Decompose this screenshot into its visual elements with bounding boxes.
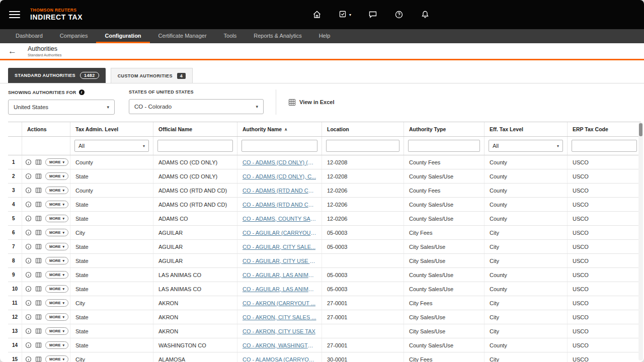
rates-table-icon[interactable] (35, 314, 42, 320)
header-tax-admin-level[interactable]: Tax Admin. Level (70, 122, 153, 136)
rates-table-icon[interactable] (35, 229, 42, 236)
nav-item-tools[interactable]: Tools (215, 29, 246, 43)
authority-name-link[interactable]: CO - AKRON, CITY SALES ... (243, 314, 316, 320)
official-name-filter-input[interactable] (157, 140, 233, 152)
scrollbar-thumb[interactable] (639, 123, 642, 136)
info-icon[interactable]: i (79, 89, 85, 95)
header-authority-name[interactable]: Authority Name ∧ (237, 122, 322, 136)
vertical-scrollbar[interactable] (638, 122, 643, 360)
header-official-name[interactable]: Official Name (153, 122, 237, 136)
rates-table-icon[interactable] (35, 243, 42, 250)
rates-table-icon[interactable] (35, 187, 42, 194)
cell-erp-tax-code: USCO (568, 169, 641, 183)
more-button[interactable]: MORE ▾ (45, 285, 68, 293)
more-button[interactable]: MORE ▾ (45, 229, 68, 236)
chevron-down-icon: ▾ (63, 189, 65, 193)
more-button[interactable]: MORE ▾ (45, 327, 68, 335)
more-button[interactable]: MORE ▾ (45, 257, 68, 264)
authority-name-link[interactable]: CO - AKRON, CITY USE TAX (243, 328, 315, 334)
notifications-bell-icon[interactable] (421, 10, 430, 19)
view-in-excel-button[interactable]: View in Excel (288, 99, 335, 106)
authority-name-link[interactable]: CO - AGUILAR, LAS ANIMA... (243, 272, 316, 278)
details-icon[interactable] (25, 187, 32, 194)
rates-table-icon[interactable] (35, 300, 42, 306)
rates-table-icon[interactable] (35, 159, 42, 165)
nav-item-help[interactable]: Help (310, 29, 339, 43)
authority-name-link[interactable]: CO - ADAMS (CD ONLY) (C... (243, 159, 316, 165)
details-icon[interactable] (25, 356, 32, 362)
home-icon[interactable] (312, 10, 321, 19)
nav-item-certificate-manager[interactable]: Certificate Manager (150, 29, 215, 43)
more-button[interactable]: MORE ▾ (45, 201, 68, 208)
more-button[interactable]: MORE ▾ (45, 172, 68, 180)
authority-type-filter-input[interactable] (408, 140, 480, 152)
help-icon[interactable] (394, 10, 404, 19)
authority-name-link[interactable]: CO - AGUILAR, LAS ANIMA... (243, 286, 316, 292)
chat-icon[interactable] (368, 10, 377, 19)
authority-name-filter-input[interactable] (242, 140, 317, 152)
authority-name-link[interactable]: CO - ADAMS (RTD AND CD)... (243, 188, 316, 194)
header-authority-type[interactable]: Authority Type (404, 122, 485, 136)
state-select[interactable]: CO - Colorado ▾ (129, 99, 264, 114)
details-icon[interactable] (25, 229, 32, 236)
authority-name-link[interactable]: CO - AGUILAR, CITY USE T... (243, 258, 316, 264)
details-icon[interactable] (25, 201, 32, 208)
rates-table-icon[interactable] (35, 286, 42, 292)
more-button[interactable]: MORE ▾ (45, 341, 68, 349)
authority-name-link[interactable]: CO - ADAMS (RTD AND CD)... (243, 202, 316, 208)
authority-name-link[interactable]: CO - ADAMS, COUNTY SAL... (243, 216, 316, 222)
details-icon[interactable] (25, 215, 32, 222)
more-button[interactable]: MORE ▾ (45, 158, 68, 166)
chevron-down-icon: ▾ (107, 105, 109, 110)
nav-item-companies[interactable]: Companies (51, 29, 97, 43)
authority-name-link[interactable]: CO - AKRON, WASHINGTO... (243, 342, 316, 348)
more-button[interactable]: MORE ▾ (45, 355, 68, 362)
country-select[interactable]: United States ▾ (8, 100, 115, 115)
rates-table-icon[interactable] (35, 342, 42, 348)
header-eff-tax-level[interactable]: Eff. Tax Level (485, 122, 568, 136)
more-button[interactable]: MORE ▾ (45, 187, 68, 194)
rates-table-icon[interactable] (35, 356, 42, 362)
rates-table-icon[interactable] (35, 201, 42, 208)
authority-name-link[interactable]: CO - AKRON (CARRYOUT ... (243, 300, 315, 306)
authority-name-link[interactable]: CO - AGUILAR, CITY SALE... (243, 244, 315, 250)
rates-table-icon[interactable] (35, 215, 42, 222)
nav-item-reports-analytics[interactable]: Reports & Analytics (245, 29, 310, 43)
details-icon[interactable] (25, 314, 32, 320)
tab-custom-authorities[interactable]: CUSTOM AUTHORITIES 4 (111, 68, 193, 83)
authority-name-link[interactable]: CO - ALAMOSA (CARRYOU... (243, 356, 316, 362)
header-location[interactable]: Location (322, 122, 404, 136)
details-icon[interactable] (25, 342, 32, 348)
hamburger-menu-icon[interactable] (9, 11, 20, 18)
nav-item-configuration[interactable]: Configuration (96, 29, 149, 43)
details-icon[interactable] (25, 286, 32, 292)
back-arrow-icon[interactable]: ← (8, 47, 17, 55)
nav-item-dashboard[interactable]: Dashboard (7, 29, 51, 43)
details-icon[interactable] (25, 159, 32, 165)
tab-standard-authorities[interactable]: STANDARD AUTHORITIES 1482 (8, 68, 106, 83)
details-icon[interactable] (25, 243, 32, 250)
rates-table-icon[interactable] (35, 257, 42, 264)
details-icon[interactable] (25, 257, 32, 264)
more-button[interactable]: MORE ▾ (45, 271, 68, 279)
details-icon[interactable] (25, 272, 32, 278)
cell-location: 27-0001 (322, 338, 404, 352)
tasks-dropdown-icon[interactable]: ▾ (339, 10, 351, 19)
tax-admin-level-filter-select[interactable]: All ▾ (74, 140, 149, 152)
more-button[interactable]: MORE ▾ (45, 215, 68, 222)
details-icon[interactable] (25, 328, 32, 334)
details-icon[interactable] (25, 173, 32, 179)
more-button[interactable]: MORE ▾ (45, 243, 68, 250)
rates-table-icon[interactable] (35, 328, 42, 334)
location-filter-input[interactable] (326, 140, 399, 152)
rates-table-icon[interactable] (35, 272, 42, 278)
header-erp-tax-code[interactable]: ERP Tax Code (568, 122, 641, 136)
more-button[interactable]: MORE ▾ (45, 299, 68, 307)
more-button[interactable]: MORE ▾ (45, 313, 68, 321)
authority-name-link[interactable]: CO - ADAMS (CD ONLY), C... (243, 173, 316, 179)
eff-tax-level-filter-select[interactable]: All ▾ (489, 140, 563, 152)
erp-tax-code-filter-input[interactable] (572, 140, 637, 152)
details-icon[interactable] (25, 300, 32, 306)
authority-name-link[interactable]: CO - AGUILAR (CARRYOUT... (243, 230, 316, 236)
rates-table-icon[interactable] (35, 173, 42, 179)
